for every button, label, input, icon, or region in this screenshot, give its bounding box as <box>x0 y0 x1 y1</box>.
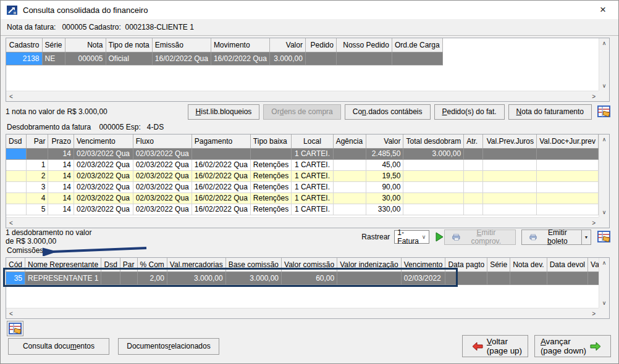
rastrear-select[interactable]: 1-Fatura ∨ <box>394 230 429 244</box>
column-header[interactable]: Local <box>292 134 333 148</box>
comissoes-table: CódNome RepresentanteDsdPar% ComVal.merc… <box>6 258 599 285</box>
column-header[interactable]: Va <box>588 258 599 271</box>
column-header[interactable]: Vencimento <box>74 134 133 148</box>
table-row[interactable]: 2138NE000005Oficial16/02/2022 Qua16/02/2… <box>6 52 442 65</box>
cell: 60,00 <box>282 271 337 284</box>
table-row[interactable]: 31402/03/2022 Qua02/03/2022 Qua16/02/202… <box>6 181 599 192</box>
notas-vertical-scrollbar[interactable]: ∧ ∨ <box>599 38 609 91</box>
column-header[interactable]: Valor comissão <box>282 258 337 271</box>
column-header[interactable]: Total desdobram <box>403 134 464 148</box>
pedidos-do-fat-button[interactable]: Pedido(s) do fat. <box>434 104 505 120</box>
column-header[interactable]: Fluxo <box>133 134 192 148</box>
column-header[interactable]: Cadastro <box>6 38 42 52</box>
scroll-up-icon[interactable]: ∧ <box>602 40 607 46</box>
documentos-relacionados-button[interactable]: Documentos relacionados <box>118 338 219 355</box>
column-header[interactable]: Atr. <box>464 134 483 148</box>
table-row[interactable]: 51402/03/2022 Qua02/03/2022 Qua16/02/202… <box>6 204 599 215</box>
scroll-left-icon[interactable]: < <box>9 93 13 100</box>
column-header[interactable]: Base comissão <box>225 258 281 271</box>
column-header[interactable]: Prazo <box>48 134 74 148</box>
export-grid-button[interactable] <box>7 321 23 336</box>
emitir-comprovante-button[interactable]: Emitir comprov. <box>444 230 516 245</box>
column-header[interactable]: Nosso Pedido <box>336 38 392 52</box>
table-row[interactable]: 35REPRESENTANTE 12,003.000,003.000,0060,… <box>6 271 599 284</box>
emitir-boleto-dropdown-button[interactable]: ▼ <box>581 230 591 245</box>
column-header[interactable]: Dsd <box>6 134 27 148</box>
cell <box>464 181 483 192</box>
column-header[interactable]: Série <box>487 258 510 271</box>
column-header[interactable]: Valor <box>366 134 403 148</box>
column-header[interactable]: Tipo baixa <box>250 134 291 148</box>
column-header[interactable]: Pedido <box>305 38 336 52</box>
column-header[interactable]: Pagamento <box>192 134 250 148</box>
scroll-down-icon[interactable]: ∨ <box>602 209 607 215</box>
scroll-right-icon[interactable]: > <box>592 220 596 226</box>
ordens-de-compra-button[interactable]: Ordens de compra <box>263 104 340 120</box>
export-grid-icon[interactable] <box>597 231 611 243</box>
column-header[interactable]: Emissão <box>152 38 211 52</box>
column-header[interactable]: Vencimento <box>401 258 445 271</box>
emitir-boleto-group: Emitir boleto ▼ <box>521 230 591 245</box>
hist-lib-bloqueios-button[interactable]: Hist.lib.bloqueios <box>188 104 260 120</box>
scroll-right-icon[interactable]: > <box>592 93 596 100</box>
scrollbar-corner <box>599 91 609 101</box>
export-grid-icon <box>9 323 22 335</box>
column-header[interactable]: Data pagto <box>445 258 487 271</box>
cell: 02/03/2022 <box>401 271 445 284</box>
cell <box>333 181 366 192</box>
column-header[interactable]: Nota dev. <box>510 258 547 271</box>
scroll-up-icon[interactable]: ∧ <box>602 260 607 266</box>
cell: 14 <box>48 192 74 204</box>
table-row[interactable]: 41402/03/2022 Qua02/03/2022 Qua16/02/202… <box>6 192 599 204</box>
rastrear-row: 1 desdobramento no valor de R$ 3.000,00 … <box>6 229 611 245</box>
cell <box>487 271 510 284</box>
cell <box>403 170 464 181</box>
emitir-boleto-button[interactable]: Emitir boleto <box>521 230 582 245</box>
cell <box>482 148 536 159</box>
cell: 16/02/2022 Qua <box>192 159 250 170</box>
column-header[interactable]: Par <box>27 134 48 148</box>
run-trace-button[interactable] <box>434 231 444 242</box>
column-header[interactable]: Tipo de nota <box>106 38 152 52</box>
cell <box>403 181 464 192</box>
column-header[interactable]: Ord.de Carga <box>392 38 442 52</box>
scroll-right-icon[interactable]: > <box>592 310 596 317</box>
column-header[interactable]: Série <box>42 38 65 52</box>
cell: 02/03/2022 Qua <box>133 204 192 215</box>
table-row[interactable]: 21402/03/2022 Qua02/03/2022 Qua16/02/202… <box>6 170 599 181</box>
column-header[interactable]: Nome Representante <box>25 258 101 271</box>
table-row[interactable]: 1402/03/2022 Qua02/03/2022 Qua1 CARTEI.2… <box>6 148 599 159</box>
export-grid-icon[interactable] <box>597 105 611 118</box>
consulta-documentos-button[interactable]: Consulta documentos <box>8 338 109 355</box>
column-header[interactable]: Valor <box>269 38 305 52</box>
nota-do-faturamento-button[interactable]: Nota do faturamento <box>508 104 592 120</box>
close-icon[interactable]: × <box>594 2 612 18</box>
column-header[interactable]: Nota <box>65 38 106 52</box>
scroll-down-icon[interactable]: ∨ <box>602 300 607 306</box>
column-header[interactable]: % Com <box>137 258 167 271</box>
voltar-button[interactable]: Voltar (page up) <box>462 335 528 357</box>
con-dados-contabeis-button[interactable]: Con.dados contábeis <box>345 104 431 120</box>
scroll-up-icon[interactable]: ∧ <box>602 136 607 143</box>
column-header[interactable]: Movimento <box>211 38 269 52</box>
scroll-left-icon[interactable]: < <box>9 310 13 317</box>
table-row[interactable]: 11402/03/2022 Qua02/03/2022 Qua16/02/202… <box>6 159 599 170</box>
column-header[interactable]: Val.mercadorias <box>167 258 225 271</box>
desdobramentos-horizontal-scrollbar[interactable]: < > <box>6 217 599 228</box>
scroll-down-icon[interactable]: ∨ <box>602 83 607 89</box>
column-header[interactable]: Agência <box>333 134 366 148</box>
column-header[interactable]: Cód <box>6 258 25 271</box>
column-header[interactable]: Val.Doc+Jur.prev <box>536 134 598 148</box>
avancar-button[interactable]: Avançar (page down) <box>534 335 611 357</box>
column-header[interactable]: Data devol <box>547 258 587 271</box>
scroll-left-icon[interactable]: < <box>9 220 13 226</box>
cell <box>536 159 598 170</box>
desdobramentos-vertical-scrollbar[interactable]: ∧ ∨ <box>599 134 609 217</box>
column-header[interactable]: Valor indenização <box>337 258 402 271</box>
column-header[interactable]: Dsd <box>101 258 120 271</box>
notas-horizontal-scrollbar[interactable]: < > <box>6 91 599 101</box>
column-header[interactable]: Val.Prev.Juros <box>482 134 536 148</box>
comissoes-horizontal-scrollbar[interactable]: < > <box>6 308 599 318</box>
column-header[interactable]: Par <box>120 258 137 271</box>
comissoes-vertical-scrollbar[interactable]: ∧ ∨ <box>599 258 609 308</box>
